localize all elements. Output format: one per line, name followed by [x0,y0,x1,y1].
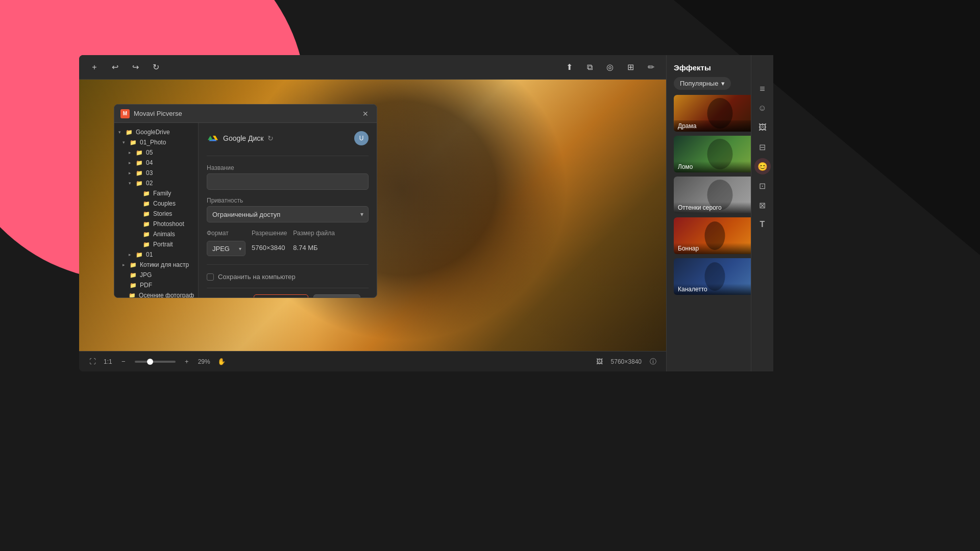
image-view-button[interactable]: 🖼 [594,356,606,368]
dialog-app-icon: M [120,109,130,118]
zoom-slider[interactable] [135,361,176,363]
tree-folder-icon: 📁 [136,170,143,177]
zoom-minus-button[interactable]: − [117,356,130,368]
tree-label-animals: Animals [153,231,175,238]
add-button[interactable]: + [87,60,102,74]
refresh-button[interactable]: ↻ [149,60,163,74]
tree-item-kotiki[interactable]: ▸ 📁 Котики для настр [114,260,198,270]
tree-label-family: Family [153,190,171,197]
tree-folder-icon: 📁 [143,241,150,248]
tree-item-jpg[interactable]: 📁 JPG [114,270,198,280]
redo-button[interactable]: ↪ [128,60,142,74]
tree-item-01[interactable]: ▸ 📁 01 [114,249,198,260]
bottom-bar: ⛶ 1:1 − + 29% ✋ 🖼 5760×3840 ⓘ [79,351,666,371]
tree-folder-icon: 📁 [143,190,150,197]
tree-label-04: 04 [146,159,153,166]
tree-arrow: ▸ [129,170,134,176]
tree-label-pdf: PDF [140,282,152,289]
filesize-label: Размер файла [293,230,335,237]
zoom-percent: 29% [198,358,210,365]
adjustments-icon-btn[interactable]: ≡ [754,81,771,97]
form-divider [207,156,369,156]
resize-icon-btn[interactable]: ⊠ [754,197,771,213]
zoom-label-1-1: 1:1 [104,358,112,365]
gdrive-logo-icon [207,132,219,144]
privacy-select[interactable]: Ограниченный доступ Открытый доступ Толь… [207,206,369,222]
close-button[interactable]: Закрыть [313,294,360,297]
pen-button[interactable]: ✏ [644,60,658,74]
info-button[interactable]: ⓘ [647,356,659,368]
tree-label-stories: Stories [153,210,172,217]
face-icon-btn[interactable]: ☺ [754,100,771,116]
share-button[interactable]: ⬆ [562,60,576,74]
compare-button[interactable]: ⧉ [582,60,597,74]
format-select-wrapper: JPEG PNG TIFF WebP ▾ [207,241,246,256]
tree-folder-icon: 📁 [130,272,137,279]
sticker-icon-btn[interactable]: 😊 [754,158,771,174]
gdrive-sync-icon[interactable]: ↻ [267,134,274,142]
tree-folder-icon: 📁 [136,149,143,156]
save-button[interactable]: Сохранить [254,294,308,297]
side-icons-panel: ≡ ☺ 🖼 ⊟ 😊 ⊡ ⊠ T [751,55,773,371]
main-content: M Movavi Picverse ✕ ▾ 📁 [79,80,666,351]
tree-item-04[interactable]: ▸ 📁 04 [114,158,198,168]
tree-item-family[interactable]: 📁 Family [114,188,198,198]
tree-item-animals[interactable]: 📁 Animals [114,229,198,239]
movavi-dialog[interactable]: M Movavi Picverse ✕ ▾ 📁 [114,104,377,298]
save-to-pc-checkbox[interactable] [207,273,214,281]
save-to-pc-row[interactable]: Сохранить на компьютер [207,273,369,281]
name-input[interactable] [207,173,369,190]
eye-button[interactable]: ◎ [603,60,617,74]
tree-item-portrait[interactable]: 📁 Portrait [114,239,198,249]
dialog-title: Movavi Picverse [134,110,182,117]
save-to-pc-label: Сохранить на компьютер [218,273,296,281]
gdrive-header: Google Диск ↻ U [207,131,369,145]
tree-item-05[interactable]: ▸ 📁 05 [114,147,198,158]
tree-folder-icon: 📁 [143,201,150,207]
tree-folder-icon: 📁 [143,231,150,238]
tree-item-03[interactable]: ▸ 📁 03 [114,168,198,178]
layout-icon-btn[interactable]: ⊟ [754,139,771,155]
tree-arrow: ▾ [118,130,124,135]
filesize-col: Размер файла 8.74 МБ [293,230,335,256]
tree-folder-icon: 📁 [136,180,143,187]
tree-folder-icon: 📁 [136,160,143,166]
grid-button[interactable]: ⊞ [623,60,638,74]
format-row: Формат JPEG PNG TIFF WebP [207,230,369,256]
dialog-close-button[interactable]: ✕ [360,109,371,119]
image-icon-btn[interactable]: 🖼 [754,119,771,136]
privacy-label: Приватность [207,197,369,204]
tree-item-pdf[interactable]: 📁 PDF [114,280,198,290]
resolution-display: 5760×3840 [611,358,642,365]
tree-item-couples[interactable]: 📁 Couples [114,198,198,209]
tree-label-05: 05 [146,149,153,156]
tree-item-01photo[interactable]: ▾ 📁 01_Photo [114,137,198,147]
undo-button[interactable]: ↩ [108,60,122,74]
tree-item-02[interactable]: ▾ 📁 02 [114,178,198,188]
format-select[interactable]: JPEG PNG TIFF WebP [207,241,246,256]
main-editor-window: + ↩ ↪ ↻ ⬆ ⧉ ◎ ⊞ ✏ [79,55,666,371]
tree-folder-icon: 📁 [126,129,133,136]
crop-icon-btn[interactable]: ⊡ [754,178,771,194]
zoom-thumb[interactable] [147,359,153,365]
tree-label-02: 02 [146,180,153,187]
form-divider-2 [207,264,369,265]
tree-item-osennye[interactable]: 📁 Осенние фотограф [114,290,198,297]
tree-item-googledrive[interactable]: ▾ 📁 GoogleDrive [114,127,198,137]
tree-label-01: 01 [146,251,153,258]
zoom-plus-button[interactable]: + [181,356,193,368]
fullscreen-button[interactable]: ⛶ [86,356,99,368]
tree-label-01photo: 01_Photo [140,139,166,146]
tree-arrow: ▸ [122,262,128,267]
tree-item-stories[interactable]: 📁 Stories [114,209,198,219]
tree-label-portrait: Portrait [153,241,173,248]
effects-filter-button[interactable]: Популярные ▾ [674,77,731,90]
format-col: Формат JPEG PNG TIFF WebP [207,230,246,256]
tree-item-photoshoot[interactable]: 📁 Photoshoot [114,219,198,229]
hand-tool-button[interactable]: ✋ [215,356,228,368]
tree-folder-icon: 📁 [143,211,150,217]
tree-arrow: ▸ [129,160,134,165]
text-icon-btn[interactable]: T [754,216,771,233]
tree-label-kotiki: Котики для настр [140,261,189,268]
tree-folder-icon: 📁 [130,282,137,289]
